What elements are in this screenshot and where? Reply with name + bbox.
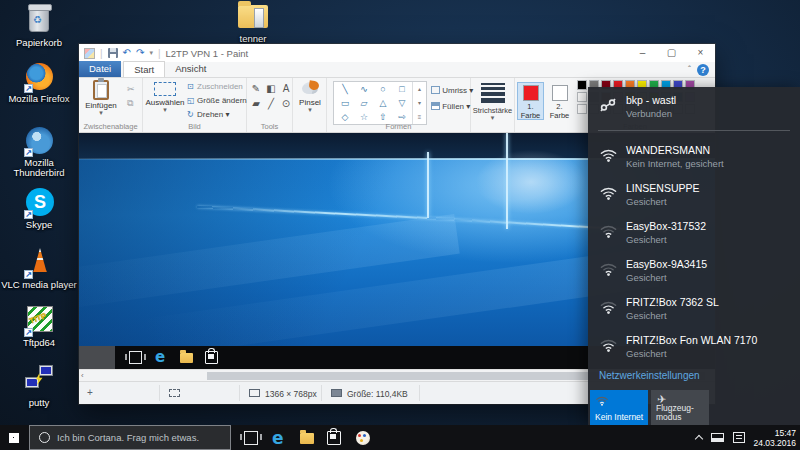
outline-icon <box>431 86 440 94</box>
shape-tool-icon[interactable]: ▭ <box>336 96 354 110</box>
desktop-icon-skype[interactable]: S↗ Skype <box>1 186 77 230</box>
store-taskbar-button[interactable] <box>327 431 341 445</box>
desktop-icon-tenner-folder[interactable]: tenner <box>215 2 291 44</box>
cut-icon[interactable]: ✂ <box>127 84 135 94</box>
hero-window-line <box>427 152 429 218</box>
paint-title-bar[interactable]: | ↶ ↷ ▾ | L2TP VPN 1 - Paint – ▢ × <box>79 44 715 62</box>
color-picker-icon[interactable]: ╱ <box>264 97 278 111</box>
edge-taskbar-button[interactable]: e <box>272 431 286 445</box>
shape-tool-icon[interactable]: ○ <box>374 82 392 96</box>
desktop-icon-thunderbird[interactable]: ↗ Mozilla Thunderbird <box>1 124 77 178</box>
file-explorer-taskbar-button[interactable] <box>300 433 314 444</box>
store-icon <box>205 351 218 364</box>
group-clipboard: Einfügen▾ ✂ ⧉ Zwischenablage <box>79 78 143 132</box>
display-icon <box>249 389 260 397</box>
maximize-button[interactable]: ▢ <box>657 44 686 62</box>
redo-icon[interactable]: ↷ <box>136 48 144 58</box>
clock-date: 24.03.2016 <box>753 438 796 448</box>
desktop-icon-vlc[interactable]: ↗ VLC media player <box>1 246 77 290</box>
resize-icon: ◱ <box>187 96 197 105</box>
pencil-icon[interactable]: ✎ <box>249 82 263 96</box>
wifi-icon <box>595 394 609 408</box>
icon-label: Skype <box>1 220 77 230</box>
cortana-search-input[interactable]: Ich bin Cortana. Frag mich etwas. <box>29 425 231 450</box>
shapes-scrollbar[interactable]: ▴▾≡ <box>412 82 426 124</box>
tab-start[interactable]: Start <box>123 61 165 77</box>
icon-label: putty <box>1 398 77 408</box>
help-icon[interactable]: ? <box>697 64 709 76</box>
recycle-bin-icon: ♻ <box>29 6 49 32</box>
qat-customize-icon[interactable]: ▾ <box>149 50 153 56</box>
wifi-network-item[interactable]: FRITZ!Box Fon WLAN 7170Gesichert <box>588 333 800 371</box>
shapes-panel: ╲∿○□▭▱△▽◇☆⇧⇨ ▴▾≡ <box>333 81 427 125</box>
shape-tool-icon[interactable]: △ <box>374 96 392 110</box>
desktop-icon-firefox[interactable]: ↗ Mozilla Firefox <box>1 60 77 104</box>
select-icon <box>154 82 176 96</box>
taskbar: Ich bin Cortana. Frag mich etwas. e 15:4… <box>0 425 800 450</box>
network-settings-link[interactable]: Netzwerkeinstellungen <box>599 370 700 381</box>
resize-button[interactable]: ◱Größe ändern <box>187 96 247 105</box>
airplane-mode-button[interactable]: ✈ Flugzeug-modus <box>651 390 709 425</box>
wifi-network-item[interactable]: FRITZ!Box 7362 SLGesichert <box>588 295 800 333</box>
select-button[interactable]: Auswählen▾ <box>145 80 185 113</box>
shape-tool-icon[interactable]: ∿ <box>355 82 373 96</box>
task-view-button[interactable] <box>244 431 258 445</box>
group-tools: ✎◧A▰╱⊙ Tools <box>247 78 293 132</box>
shortcut-arrow-icon: ↗ <box>24 270 33 279</box>
color2-button[interactable]: 2.Farbe <box>546 82 573 120</box>
palette-color-swatch[interactable] <box>577 80 587 90</box>
cortana-icon <box>39 432 50 443</box>
desktop-icon-tftpd64[interactable]: ↗ Tftpd64 <box>1 304 77 348</box>
brush-icon <box>300 80 320 98</box>
outline-button[interactable]: Umriss ▾ <box>431 86 473 95</box>
paste-button[interactable]: Einfügen▾ <box>81 80 121 116</box>
undo-icon[interactable]: ↶ <box>123 48 131 58</box>
color1-button[interactable]: 1.Farbe <box>517 82 544 120</box>
folder-icon <box>238 5 268 28</box>
icon-label: tenner <box>215 34 291 44</box>
paint-taskbar-button[interactable] <box>356 431 370 445</box>
minimize-button[interactable]: – <box>628 44 657 62</box>
eraser-icon[interactable]: ▰ <box>249 97 263 111</box>
tray-expand-icon[interactable] <box>695 435 703 443</box>
taskbar-clock[interactable]: 15:47 24.03.2016 <box>753 428 796 448</box>
group-stroke: Strichstärke▾ <box>471 78 515 132</box>
wifi-network-item[interactable]: LINSENSUPPEGesichert <box>588 181 800 219</box>
stroke-button[interactable]: Strichstärke▾ <box>471 106 514 121</box>
brushes-button[interactable]: Pinsel▾ <box>290 80 330 113</box>
shape-tool-icon[interactable]: ╲ <box>336 82 354 96</box>
group-image: Auswählen▾ ⊡Zuschneiden ◱Größe ändern ↻D… <box>143 78 247 132</box>
fill-icon[interactable]: ◧ <box>264 82 278 96</box>
palette-color-swatch[interactable] <box>577 92 587 102</box>
wifi-network-item[interactable]: EasyBox-317532Gesichert <box>588 219 800 257</box>
shape-tool-icon[interactable]: □ <box>393 82 411 96</box>
shortcut-arrow-icon: ↗ <box>24 148 33 157</box>
ribbon-collapse-icon[interactable]: ˆ <box>688 64 691 74</box>
desktop-icon-putty[interactable]: putty <box>1 364 77 408</box>
fill-button[interactable]: Füllen ▾ <box>431 102 470 111</box>
cursor-position-icon: + <box>87 387 93 399</box>
connected-network-item[interactable]: bkp - wastl Verbunden <box>588 93 800 131</box>
desktop-icon-recycle-bin[interactable]: ♻ Papierkorb <box>1 4 77 48</box>
shape-tool-icon[interactable]: ▱ <box>355 96 373 110</box>
rotate-button[interactable]: ↻Drehen ▾ <box>187 110 230 119</box>
palette-empty-swatch[interactable] <box>577 104 587 114</box>
action-center-icon[interactable] <box>733 432 745 443</box>
tray-network-icon[interactable] <box>711 433 724 442</box>
copy-icon[interactable]: ⧉ <box>127 98 133 108</box>
tab-ansicht[interactable]: Ansicht <box>165 61 216 77</box>
save-icon[interactable] <box>108 48 118 58</box>
wifi-icon <box>599 184 618 203</box>
no-internet-button[interactable]: Kein Internet <box>590 390 648 425</box>
crop-button[interactable]: ⊡Zuschneiden <box>187 82 243 91</box>
shape-tool-icon[interactable]: ▽ <box>393 96 411 110</box>
tab-datei[interactable]: Datei <box>79 61 121 77</box>
wifi-network-item[interactable]: WANDERSMANNKein Internet, gesichert <box>588 143 800 181</box>
paste-icon <box>93 80 109 100</box>
wifi-network-item[interactable]: EasyBox-9A3415Gesichert <box>588 257 800 295</box>
network-flyout: bkp - wastl Verbunden WANDERSMANNKein In… <box>588 87 800 425</box>
putty-icon <box>39 365 53 376</box>
close-button[interactable]: × <box>686 44 715 62</box>
start-button[interactable] <box>0 425 28 450</box>
image-dimensions: 1366 × 768px <box>265 389 317 399</box>
